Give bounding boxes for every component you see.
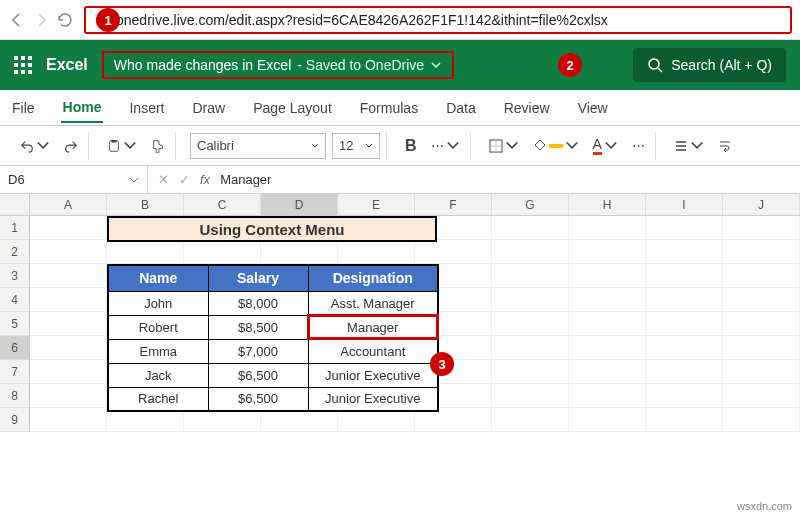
- cell[interactable]: [492, 264, 569, 288]
- cell[interactable]: [30, 312, 107, 336]
- spreadsheet-grid[interactable]: ABCDEFGHIJ 123456789 Using Context Menu …: [0, 194, 800, 432]
- cell[interactable]: [569, 240, 646, 264]
- cell[interactable]: [723, 336, 800, 360]
- table-cell[interactable]: Accountant: [308, 339, 438, 363]
- more-fill-button[interactable]: ⋯: [628, 136, 649, 155]
- cell[interactable]: [492, 312, 569, 336]
- row-header[interactable]: 6: [0, 336, 29, 360]
- cell[interactable]: [723, 216, 800, 240]
- cell[interactable]: [646, 288, 723, 312]
- cell[interactable]: [569, 264, 646, 288]
- cell[interactable]: [646, 264, 723, 288]
- cell[interactable]: [723, 408, 800, 432]
- fill-color-button[interactable]: [529, 137, 583, 155]
- cell[interactable]: [30, 384, 107, 408]
- cell[interactable]: [723, 360, 800, 384]
- cell[interactable]: [569, 360, 646, 384]
- cell[interactable]: [646, 240, 723, 264]
- table-header[interactable]: Salary: [208, 265, 308, 291]
- table-cell[interactable]: $8,000: [208, 291, 308, 315]
- tab-insert[interactable]: Insert: [127, 94, 166, 122]
- redo-button[interactable]: [60, 137, 82, 155]
- row-header[interactable]: 5: [0, 312, 29, 336]
- column-header[interactable]: C: [184, 194, 261, 215]
- more-font-button[interactable]: ⋯: [427, 136, 464, 155]
- undo-button[interactable]: [16, 137, 54, 155]
- format-painter-button[interactable]: [147, 137, 169, 155]
- tab-page-layout[interactable]: Page Layout: [251, 94, 334, 122]
- paste-button[interactable]: [103, 137, 141, 155]
- wrap-text-button[interactable]: [714, 137, 736, 155]
- cell[interactable]: [569, 288, 646, 312]
- sheet-title-cell[interactable]: Using Context Menu: [107, 216, 437, 242]
- cell[interactable]: [723, 264, 800, 288]
- cell[interactable]: [723, 288, 800, 312]
- tab-draw[interactable]: Draw: [190, 94, 227, 122]
- column-header[interactable]: J: [723, 194, 800, 215]
- column-header[interactable]: H: [569, 194, 646, 215]
- cancel-icon[interactable]: ✕: [158, 172, 169, 187]
- cell[interactable]: [30, 408, 107, 432]
- cell[interactable]: [492, 336, 569, 360]
- search-button[interactable]: Search (Alt + Q): [633, 48, 786, 82]
- cell[interactable]: [30, 360, 107, 384]
- table-cell[interactable]: Manager: [308, 315, 438, 339]
- column-header[interactable]: I: [646, 194, 723, 215]
- cell[interactable]: [492, 408, 569, 432]
- name-box[interactable]: D6: [0, 166, 148, 193]
- cell[interactable]: [492, 216, 569, 240]
- cell[interactable]: [646, 384, 723, 408]
- table-cell[interactable]: Jack: [108, 363, 208, 387]
- borders-button[interactable]: [485, 137, 523, 155]
- column-header[interactable]: B: [107, 194, 184, 215]
- row-header[interactable]: 8: [0, 384, 29, 408]
- cell[interactable]: [30, 336, 107, 360]
- column-header[interactable]: D: [261, 194, 338, 215]
- cell[interactable]: [646, 312, 723, 336]
- select-all-corner[interactable]: [0, 194, 30, 215]
- table-header[interactable]: Name: [108, 265, 208, 291]
- formula-value[interactable]: Manager: [220, 172, 790, 187]
- app-launcher-icon[interactable]: [14, 56, 32, 74]
- table-cell[interactable]: Asst. Manager: [308, 291, 438, 315]
- tab-data[interactable]: Data: [444, 94, 478, 122]
- tab-home[interactable]: Home: [61, 93, 104, 123]
- url-box[interactable]: onedrive.live.com/edit.aspx?resid=6CAE84…: [84, 6, 792, 34]
- fx-icon[interactable]: fx: [200, 172, 210, 187]
- cell[interactable]: [492, 240, 569, 264]
- cell[interactable]: [569, 336, 646, 360]
- row-header[interactable]: 3: [0, 264, 29, 288]
- cell[interactable]: [569, 216, 646, 240]
- font-size-select[interactable]: 12: [332, 133, 380, 159]
- table-header[interactable]: Designation: [308, 265, 438, 291]
- tab-review[interactable]: Review: [502, 94, 552, 122]
- row-header[interactable]: 9: [0, 408, 29, 432]
- back-icon[interactable]: [8, 11, 26, 29]
- table-cell[interactable]: $6,500: [208, 363, 308, 387]
- column-header[interactable]: G: [492, 194, 569, 215]
- cell[interactable]: [646, 336, 723, 360]
- document-title[interactable]: Who made changes in Excel - Saved to One…: [102, 51, 454, 79]
- bold-button[interactable]: B: [401, 135, 421, 157]
- table-cell[interactable]: Rachel: [108, 387, 208, 411]
- cell[interactable]: [492, 288, 569, 312]
- row-header[interactable]: 2: [0, 240, 29, 264]
- cell[interactable]: [569, 384, 646, 408]
- align-button[interactable]: [670, 137, 708, 155]
- cell[interactable]: [30, 264, 107, 288]
- column-header[interactable]: E: [338, 194, 415, 215]
- table-cell[interactable]: Emma: [108, 339, 208, 363]
- tab-formulas[interactable]: Formulas: [358, 94, 420, 122]
- cell[interactable]: [30, 216, 107, 240]
- row-header[interactable]: 4: [0, 288, 29, 312]
- cell[interactable]: [492, 360, 569, 384]
- tab-view[interactable]: View: [576, 94, 610, 122]
- table-cell[interactable]: Junior Executive: [308, 387, 438, 411]
- table-cell[interactable]: Robert: [108, 315, 208, 339]
- cell[interactable]: [646, 408, 723, 432]
- column-header[interactable]: F: [415, 194, 492, 215]
- table-cell[interactable]: $7,000: [208, 339, 308, 363]
- cell[interactable]: [723, 312, 800, 336]
- cell[interactable]: [723, 240, 800, 264]
- column-header[interactable]: A: [30, 194, 107, 215]
